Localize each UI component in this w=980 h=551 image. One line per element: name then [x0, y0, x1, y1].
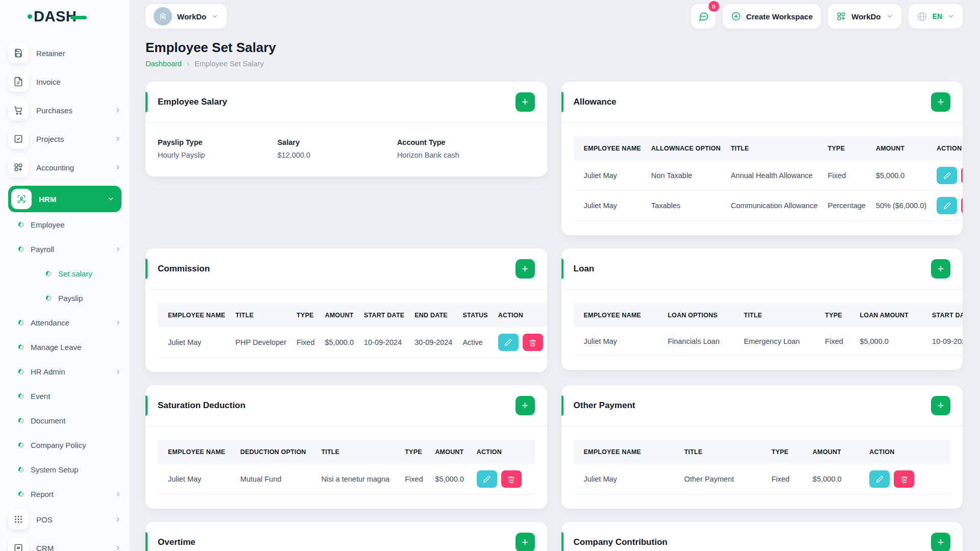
add-overtime-button[interactable] — [516, 533, 535, 551]
table-cell: Juliet May — [574, 161, 646, 191]
card-header: Company Contribution — [561, 522, 963, 551]
sidebar-item-document[interactable]: Document — [8, 410, 121, 431]
other-payment-table: EMPLOYEE NAMETITLETYPEAMOUNTACTIONJuliet… — [561, 427, 963, 509]
sidebar-item-crm[interactable]: CRM — [8, 538, 121, 551]
table-cell: Communication Allowance — [726, 191, 823, 221]
sidebar-item-attendance[interactable]: Attendance — [8, 312, 121, 333]
table-cell: 10-09-2024 — [927, 328, 963, 356]
sidebar-item-payroll[interactable]: Payroll — [8, 239, 121, 259]
workspace-switcher[interactable]: WorkDo — [145, 4, 227, 29]
logo[interactable]: DASH — [0, 0, 130, 33]
sidebar-item-retainer[interactable]: Retainer — [8, 43, 121, 63]
loan-table: EMPLOYEE NAMELOAN OPTIONSTITLETYPELOAN A… — [561, 290, 963, 370]
bullet-icon — [18, 369, 24, 374]
card-header: Overtime — [145, 522, 547, 551]
column-header: END DATE — [409, 303, 457, 328]
action-cell — [932, 191, 963, 221]
sidebar-item-purchases[interactable]: Purchases — [8, 100, 121, 120]
table-cell: Fixed — [400, 464, 430, 494]
table-cell: Financials Loan — [663, 328, 739, 356]
create-workspace-label: Create Workspace — [746, 12, 813, 21]
allowance-card: Allowance EMPLOYEE NAMEALLOWNACE OPTIONT… — [561, 82, 963, 235]
messages-button[interactable]: 0 — [691, 4, 716, 29]
table-row: Juliet MayNon TaxableAnnual Health Allow… — [574, 161, 963, 191]
sidebar-item-pos[interactable]: POS — [8, 509, 121, 530]
pencil-icon — [504, 339, 512, 346]
card-header: Loan — [561, 248, 963, 290]
sidebar-item-accounting[interactable]: Accounting — [8, 157, 121, 178]
add-loan-button[interactable] — [931, 259, 950, 279]
delete-button[interactable] — [523, 334, 543, 351]
column-header: TYPE — [766, 440, 807, 464]
table-cell: $5,000.0 — [320, 328, 359, 358]
sidebar-item-label: HRM — [39, 195, 56, 204]
sidebar-item-employee[interactable]: Employee — [8, 214, 121, 235]
table-cell: $5,000.0 — [854, 328, 927, 356]
table-header-row: EMPLOYEE NAMEDEDUCTION OPTIONTITLETYPEAM… — [158, 440, 535, 464]
add-saturation-deduction-button[interactable] — [516, 396, 535, 415]
field: Payslip Type Hourly Payslip — [158, 138, 277, 159]
column-header: TITLE — [316, 440, 400, 464]
sidebar-item-label: Employee — [31, 220, 65, 229]
column-header: AMOUNT — [320, 303, 359, 328]
column-header: AMOUNT — [430, 440, 471, 464]
sidebar-item-set-salary[interactable]: Set salary — [8, 263, 121, 284]
cards-grid: Employee Salary Payslip Type Hourly Pays… — [145, 82, 963, 551]
delete-button[interactable] — [961, 197, 963, 214]
add-employee-salary-button[interactable] — [516, 92, 535, 112]
pencil-icon — [943, 202, 951, 210]
edit-button[interactable] — [937, 197, 957, 214]
action-cell — [472, 464, 535, 494]
delete-button[interactable] — [501, 470, 522, 488]
language-menu[interactable]: EN — [909, 4, 963, 29]
create-workspace-button[interactable]: Create Workspace — [723, 4, 821, 29]
delete-button[interactable] — [894, 470, 914, 488]
action-cell — [864, 464, 950, 494]
add-commission-button[interactable] — [516, 259, 535, 279]
column-header: AMOUNT — [871, 136, 932, 161]
sidebar-item-projects[interactable]: Projects — [8, 129, 121, 149]
sidebar-item-company-policy[interactable]: Company Policy — [8, 435, 121, 455]
sidebar-item-hr-admin[interactable]: HR Admin — [8, 361, 121, 382]
column-header: ACTION — [493, 303, 547, 328]
sidebar-item-invoice[interactable]: Invoice — [8, 71, 121, 92]
column-header: LOAN OPTIONS — [663, 303, 739, 328]
edit-button[interactable] — [477, 470, 497, 488]
edit-button[interactable] — [498, 334, 519, 351]
column-header: ACTION — [472, 440, 535, 464]
sidebar-item-label: Projects — [36, 135, 64, 143]
sidebar-item-manage-leave[interactable]: Manage Leave — [8, 337, 121, 357]
sidebar-item-report[interactable]: Report — [8, 484, 121, 504]
messages-badge: 0 — [708, 1, 719, 12]
accounting-icon — [8, 157, 29, 178]
add-allowance-button[interactable] — [931, 92, 950, 112]
bullet-icon — [18, 246, 24, 252]
logo-dash-icon — [70, 16, 87, 19]
bullet-icon — [46, 295, 52, 301]
chevron-right-icon — [114, 164, 121, 171]
add-other-payment-button[interactable] — [931, 396, 950, 415]
table-header-row: EMPLOYEE NAMELOAN OPTIONSTITLETYPELOAN A… — [574, 303, 963, 328]
column-header: EMPLOYEE NAME — [158, 303, 230, 328]
delete-button[interactable] — [961, 167, 963, 184]
table-cell: Fixed — [823, 161, 871, 191]
workspace-menu[interactable]: WorkDo — [828, 4, 901, 29]
edit-button[interactable] — [937, 167, 957, 184]
data-table: EMPLOYEE NAMELOAN OPTIONSTITLETYPELOAN A… — [574, 303, 963, 356]
sidebar-item-hrm[interactable]: HRM — [8, 186, 121, 212]
bullet-icon — [18, 418, 24, 423]
purchases-icon — [8, 100, 29, 120]
loan-card: Loan EMPLOYEE NAMELOAN OPTIONSTITLETYPEL… — [561, 248, 963, 370]
breadcrumb-home-link[interactable]: Dashboard — [145, 60, 182, 68]
bullet-icon — [18, 491, 24, 497]
data-table: EMPLOYEE NAMETITLETYPEAMOUNTSTART DATEEN… — [158, 303, 547, 358]
table-cell: Active — [457, 328, 493, 358]
column-header: TYPE — [291, 303, 320, 328]
sidebar-item-system-setup[interactable]: System Setup — [8, 459, 121, 480]
add-company-contribution-button[interactable] — [931, 533, 950, 551]
sidebar-item-event[interactable]: Event — [8, 386, 121, 406]
card-header: Employee Salary — [145, 82, 547, 123]
column-header: TITLE — [739, 303, 820, 328]
edit-button[interactable] — [869, 470, 890, 488]
sidebar-item-payslip[interactable]: Payslip — [8, 288, 121, 308]
